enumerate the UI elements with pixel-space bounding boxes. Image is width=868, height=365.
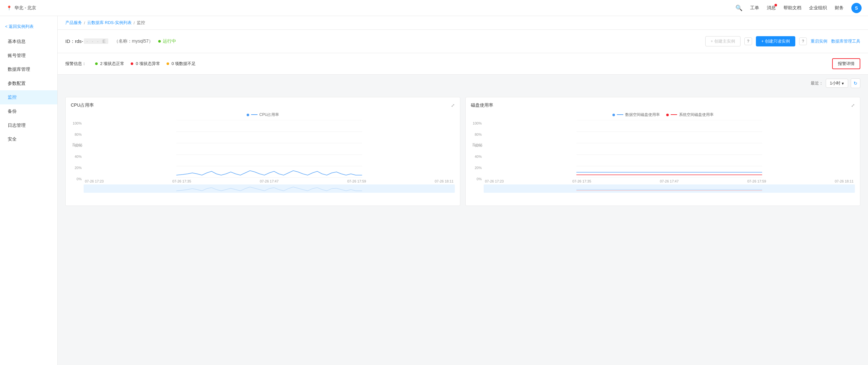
cpu-chart-card: CPU占用率 ⤢ CPU占用率 100% 80% 60% 40%: [65, 97, 460, 206]
cpu-chart-inner: 07-26 17:23 07-26 17:35 07-26 17:47 07-2…: [84, 120, 455, 187]
time-filter: 最近： 1小时 ▾ ↻: [58, 75, 868, 92]
cpu-scrollbar[interactable]: [84, 185, 455, 193]
instance-info: ID：rds-· · · E （名称：mysql57） 运行中: [65, 38, 176, 44]
message-nav[interactable]: 消息: [767, 5, 776, 11]
create-readonly-button[interactable]: + 创建只读实例: [756, 36, 795, 46]
cpu-y-axis: 100% 80% 60% 40% 20% 0%: [71, 120, 84, 187]
disk-legend-dot-2: [666, 114, 669, 116]
create-main-button[interactable]: + 创建主实例: [705, 36, 741, 46]
alert-abnormal: 0 项状态异常: [131, 61, 160, 67]
breadcrumb: 产品服务 / 云数据库 RDS-实例列表 / 监控: [58, 16, 868, 30]
disk-legend-item-2: 系统空间磁盘使用率: [666, 112, 714, 118]
disk-legend-item-1: 数据空间磁盘使用率: [612, 112, 660, 118]
sidebar-item-参数配置[interactable]: 参数配置: [0, 76, 57, 91]
alert-info: 报警信息： 2 项状态正常 0 项状态异常 0 项数据不足: [65, 61, 196, 67]
disk-legend-line-1: [617, 114, 623, 115]
cpu-scrollbar-mini: [84, 185, 455, 193]
sidebar-menu: 基本信息账号管理数据库管理参数配置监控备份日志管理安全: [0, 35, 57, 146]
alert-normal: 2 项状态正常: [95, 61, 124, 67]
sidebar-item-账号管理[interactable]: 账号管理: [0, 49, 57, 63]
main-layout: < 返回实例列表 基本信息账号管理数据库管理参数配置监控备份日志管理安全 产品服…: [0, 16, 868, 365]
disk-chart-area: 100% 80% 60% 40% 20% 0%: [471, 120, 855, 187]
disk-scrollbar[interactable]: [484, 185, 855, 193]
sidebar-item-日志管理[interactable]: 日志管理: [0, 119, 57, 133]
disk-x-axis: 07-26 17:23 07-26 17:35 07-26 17:47 07-2…: [484, 179, 855, 183]
time-select[interactable]: 1小时 ▾: [826, 79, 848, 88]
status-text: 运行中: [163, 38, 176, 44]
disk-chart-svg: [484, 120, 855, 178]
breadcrumb-rds[interactable]: 云数据库 RDS-实例列表: [87, 20, 132, 26]
notification-dot: [774, 4, 777, 6]
status-badge: 运行中: [158, 38, 176, 44]
help-button-1[interactable]: ?: [744, 37, 752, 45]
main-content: 产品服务 / 云数据库 RDS-实例列表 / 监控 ID：rds-· · · E…: [58, 16, 868, 365]
disk-y-title: 百分比: [472, 142, 483, 147]
status-dot-icon: [158, 40, 161, 42]
sidebar-item-基本信息[interactable]: 基本信息: [0, 35, 57, 49]
cpu-chart-legend: CPU占用率: [71, 112, 455, 118]
cpu-y-title: 百分比: [72, 142, 83, 147]
back-to-list[interactable]: < 返回实例列表: [0, 21, 57, 35]
nav-right: 🔍 工单 消息 帮助文档 企业组织 财务 S: [735, 3, 862, 13]
dot-red-icon: [131, 62, 133, 65]
disk-chart-title: 磁盘使用率 ⤢: [471, 102, 855, 108]
dot-green-icon: [95, 62, 98, 65]
breadcrumb-current: 监控: [137, 20, 145, 26]
instance-header: ID：rds-· · · E （名称：mysql57） 运行中 + 创建主实例 …: [58, 30, 868, 53]
alert-bar: 报警信息： 2 项状态正常 0 项状态异常 0 项数据不足 报警详情: [58, 53, 868, 75]
disk-legend-dot-1: [612, 114, 615, 116]
instance-id: ID：rds-· · · E: [65, 38, 109, 44]
disk-scrollbar-mini: [484, 185, 855, 193]
db-tool-button[interactable]: 数据库管理工具: [831, 38, 860, 44]
location-pin-icon: 📍: [6, 5, 12, 10]
disk-expand-icon[interactable]: ⤢: [851, 103, 855, 108]
cpu-legend-item: CPU占用率: [247, 112, 279, 118]
help-nav[interactable]: 帮助文档: [783, 5, 801, 11]
cpu-chart-title: CPU占用率 ⤢: [71, 102, 455, 108]
cpu-expand-icon[interactable]: ⤢: [451, 103, 455, 108]
cpu-chart-area: 100% 80% 60% 40% 20% 0%: [71, 120, 455, 187]
top-nav: 📍 华北 - 北京 🔍 工单 消息 帮助文档 企业组织 财务 S: [0, 0, 868, 16]
time-filter-label: 最近：: [811, 80, 823, 86]
instance-name: （名称：mysql57）: [114, 38, 153, 44]
breadcrumb-product[interactable]: 产品服务: [65, 20, 82, 26]
sidebar-item-监控[interactable]: 监控: [0, 90, 57, 104]
alert-label: 报警信息：: [65, 61, 86, 67]
location-text: 华北 - 北京: [14, 5, 36, 11]
disk-chart-card: 磁盘使用率 ⤢ 数据空间磁盘使用率 系统空间磁盘使用率: [465, 97, 860, 206]
help-button-2[interactable]: ?: [799, 37, 807, 45]
header-actions: + 创建主实例 ? + 创建只读实例 ? 重启实例 数据库管理工具: [705, 36, 860, 46]
disk-chart-legend: 数据空间磁盘使用率 系统空间磁盘使用率: [471, 112, 855, 118]
sidebar-item-安全[interactable]: 安全: [0, 132, 57, 146]
disk-legend-line-2: [671, 114, 677, 115]
restart-button[interactable]: 重启实例: [811, 38, 827, 44]
alert-insufficient: 0 项数据不足: [166, 61, 196, 67]
sidebar-item-数据库管理[interactable]: 数据库管理: [0, 62, 57, 76]
dot-orange-icon: [166, 62, 169, 65]
cpu-x-axis: 07-26 17:23 07-26 17:35 07-26 17:47 07-2…: [84, 179, 455, 183]
disk-chart-inner: 07-26 17:23 07-26 17:35 07-26 17:47 07-2…: [484, 120, 855, 187]
cpu-chart-svg: [84, 120, 455, 178]
nav-location: 📍 华北 - 北京: [6, 5, 36, 11]
sidebar-item-备份[interactable]: 备份: [0, 104, 57, 119]
search-icon[interactable]: 🔍: [735, 4, 742, 11]
cpu-legend-line: [251, 114, 257, 115]
org-nav[interactable]: 企业组织: [809, 5, 827, 11]
workorder-nav[interactable]: 工单: [750, 5, 759, 11]
refresh-button[interactable]: ↻: [851, 78, 860, 88]
avatar[interactable]: S: [851, 3, 862, 13]
chevron-down-icon: ▾: [842, 81, 844, 86]
alert-detail-button[interactable]: 报警详情: [832, 58, 860, 69]
cpu-legend-dot: [247, 114, 249, 116]
charts-grid: CPU占用率 ⤢ CPU占用率 100% 80% 60% 40%: [58, 92, 868, 211]
sidebar: < 返回实例列表 基本信息账号管理数据库管理参数配置监控备份日志管理安全: [0, 16, 58, 365]
finance-nav[interactable]: 财务: [835, 5, 844, 11]
disk-y-axis: 100% 80% 60% 40% 20% 0%: [471, 120, 484, 187]
